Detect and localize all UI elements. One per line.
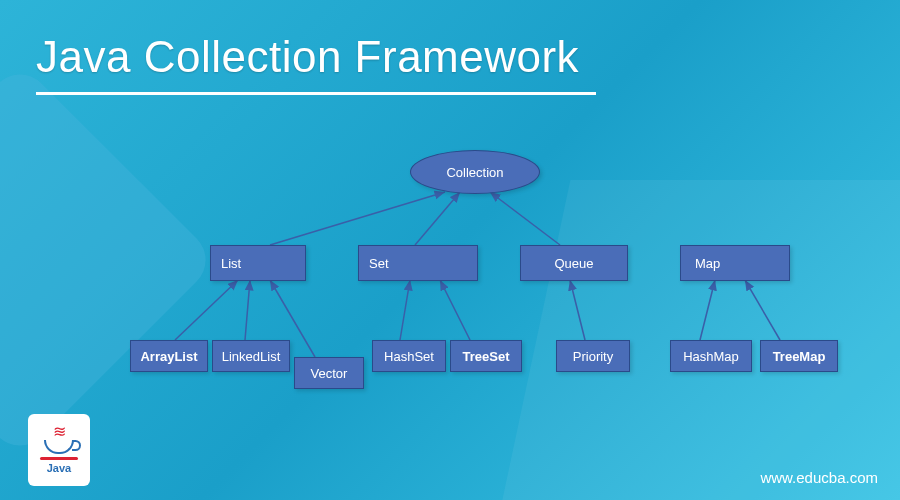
svg-line-10 xyxy=(745,280,780,340)
page-title: Java Collection Framework xyxy=(36,32,579,82)
node-hashmap: HashMap xyxy=(670,340,752,372)
node-treeset: TreeSet xyxy=(450,340,522,372)
node-hashset: HashSet xyxy=(372,340,446,372)
svg-line-7 xyxy=(440,280,470,340)
svg-line-2 xyxy=(490,192,560,245)
node-priority: Priority xyxy=(556,340,630,372)
node-vector: Vector xyxy=(294,357,364,389)
title-underline xyxy=(36,92,596,95)
svg-line-3 xyxy=(175,280,238,340)
saucer-icon xyxy=(40,457,78,460)
svg-line-9 xyxy=(700,280,715,340)
node-list: List xyxy=(210,245,306,281)
node-arraylist: ArrayList xyxy=(130,340,208,372)
cup-icon xyxy=(44,440,74,454)
node-queue: Queue xyxy=(520,245,628,281)
svg-line-6 xyxy=(400,280,410,340)
node-map: Map xyxy=(680,245,790,281)
node-collection: Collection xyxy=(410,150,540,194)
node-linkedlist: LinkedList xyxy=(212,340,290,372)
node-set: Set xyxy=(358,245,478,281)
hierarchy-diagram: Collection List Set Queue Map ArrayList … xyxy=(140,150,860,420)
svg-line-4 xyxy=(245,280,250,340)
svg-line-1 xyxy=(415,192,460,245)
steam-icon: ≋ xyxy=(53,426,66,437)
java-logo-icon: ≋ Java xyxy=(28,414,90,486)
svg-line-0 xyxy=(270,192,445,245)
node-treemap: TreeMap xyxy=(760,340,838,372)
svg-line-8 xyxy=(570,280,585,340)
watermark-url: www.educba.com xyxy=(760,469,878,486)
java-logo-label: Java xyxy=(47,462,71,474)
